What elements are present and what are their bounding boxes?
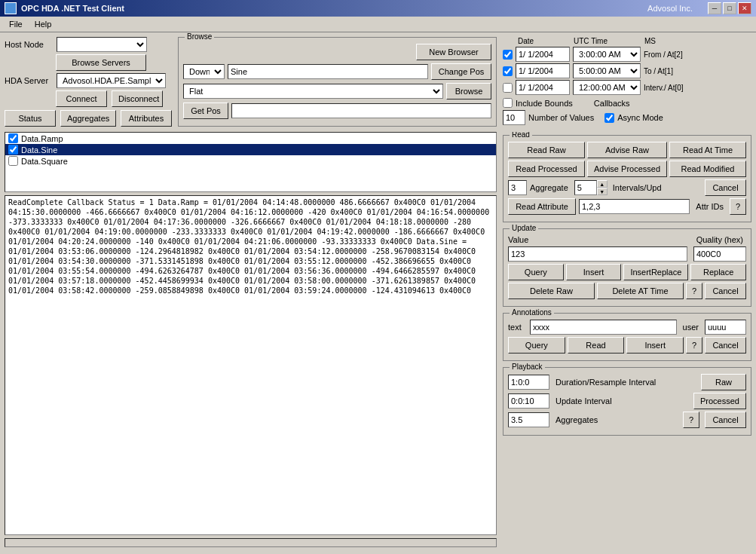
date-row1-suffix: From / At[2] xyxy=(644,51,683,59)
delete-raw-button[interactable]: Delete Raw xyxy=(508,283,595,299)
date-row2-checkbox[interactable] xyxy=(503,66,513,76)
annot-text-label: text xyxy=(508,323,527,332)
read-raw-button[interactable]: Read Raw xyxy=(508,142,585,158)
hda-server-label: HDA Server xyxy=(5,76,54,85)
hda-server-select[interactable]: Advosol.HDA.PE.SampleFW2 xyxy=(57,73,166,88)
browse-servers-button[interactable]: Browse Servers xyxy=(56,54,146,71)
read-at-time-button[interactable]: Read At Time xyxy=(669,142,746,158)
update-question-button[interactable]: ? xyxy=(686,283,702,299)
intervals-up-btn[interactable]: ▲ xyxy=(597,180,608,188)
playback-question-button[interactable]: ? xyxy=(683,412,699,428)
get-pos-button[interactable]: Get Pos xyxy=(183,103,228,119)
flat-select[interactable]: Flat xyxy=(183,84,443,99)
aggregate-input[interactable] xyxy=(508,180,527,195)
new-browser-button[interactable]: New Browser xyxy=(416,44,491,60)
value-input[interactable] xyxy=(508,246,687,262)
annot-user-input[interactable] xyxy=(705,320,746,335)
intervals-down-btn[interactable]: ▼ xyxy=(597,188,608,195)
playback-aggregates-input[interactable] xyxy=(508,412,549,427)
title-bar: OPC HDA .NET Test Client Advosol Inc. ─ … xyxy=(0,0,756,17)
date-row2-date[interactable] xyxy=(516,63,570,78)
read-attribute-button[interactable]: Read Attribute xyxy=(508,198,576,215)
date-row1-date[interactable] xyxy=(516,47,570,62)
sine-checkbox[interactable] xyxy=(8,145,18,155)
include-bounds-checkbox[interactable] xyxy=(503,98,513,108)
delete-at-time-button[interactable]: Delete AT Time xyxy=(597,283,684,299)
date-row3-time[interactable]: 12:00:00 AM xyxy=(573,80,641,95)
annot-question-button[interactable]: ? xyxy=(686,337,702,354)
read-cancel-button[interactable]: Cancel xyxy=(705,179,746,196)
company-name: Advosol Inc. xyxy=(647,4,693,13)
update-cancel-button[interactable]: Cancel xyxy=(705,283,746,299)
date-row2-suffix: To / At[1] xyxy=(644,67,673,75)
connect-button[interactable]: Connect xyxy=(56,90,107,107)
menu-bar: File Help xyxy=(0,17,756,32)
annot-query-button[interactable]: Query xyxy=(508,337,565,354)
close-button[interactable]: ✕ xyxy=(738,2,751,14)
annot-read-button[interactable]: Read xyxy=(568,337,625,354)
annotations-group-title: Annotations xyxy=(510,308,554,317)
callbacks-label: Callbacks xyxy=(594,99,630,108)
replace-button[interactable]: Replace xyxy=(690,264,746,280)
advise-processed-button[interactable]: Advise Processed xyxy=(587,161,667,177)
async-mode-checkbox[interactable] xyxy=(604,113,614,123)
horizontal-scrollbar[interactable] xyxy=(5,538,497,547)
playback-group-title: Playback xyxy=(510,363,545,371)
date-row3-checkbox[interactable] xyxy=(503,83,513,93)
processed-button[interactable]: Processed xyxy=(693,393,746,409)
attributes-button[interactable]: Attributes xyxy=(121,110,172,127)
list-item-ramp[interactable]: Data.Ramp xyxy=(5,133,496,144)
maximize-button[interactable]: □ xyxy=(723,2,736,14)
status-button[interactable]: Status xyxy=(5,110,56,127)
menu-file[interactable]: File xyxy=(3,18,29,30)
insert-replace-button[interactable]: InsertReplace xyxy=(623,264,688,280)
include-bounds-label: Include Bounds xyxy=(516,99,573,108)
disconnect-button[interactable]: Disconnect xyxy=(112,90,163,107)
update-interval-input[interactable] xyxy=(508,393,549,409)
get-pos-input[interactable] xyxy=(231,103,491,118)
date-row3-suffix: Interv./ At[0] xyxy=(644,84,684,92)
ramp-checkbox[interactable] xyxy=(8,133,18,143)
intervals-label: Intervals/Upd xyxy=(613,183,702,192)
browse-button[interactable]: Browse xyxy=(446,83,491,99)
query-button[interactable]: Query xyxy=(508,264,564,280)
annot-user-label: user xyxy=(683,323,699,332)
date-row1-time[interactable]: 3:00:00 AM xyxy=(573,47,641,62)
change-pos-button[interactable]: Change Pos xyxy=(431,63,491,80)
date-row1-checkbox[interactable] xyxy=(503,50,513,60)
minimize-button[interactable]: ─ xyxy=(708,2,721,14)
date-row3-date[interactable] xyxy=(516,80,570,95)
datetime-section: Date UTC Time MS 3:00:00 AM From / At[2]… xyxy=(503,37,751,127)
annot-insert-button[interactable]: Insert xyxy=(626,337,684,354)
read-group: Read Read Raw Advise Raw Read At Time Re… xyxy=(503,135,751,222)
annot-cancel-button[interactable]: Cancel xyxy=(705,337,746,354)
list-item-sine[interactable]: Data.Sine xyxy=(5,144,496,155)
duration-input[interactable] xyxy=(508,375,549,390)
raw-button[interactable]: Raw xyxy=(701,374,746,390)
read-attr-question-button[interactable]: ? xyxy=(730,198,746,215)
list-item-square[interactable]: Data.Square xyxy=(5,155,496,167)
attr-ids-label: Attr IDs xyxy=(696,202,724,211)
date-row2-time[interactable]: 5:00:00 AM xyxy=(573,63,641,78)
app-icon xyxy=(5,2,17,14)
num-values-input[interactable] xyxy=(503,110,525,125)
app-title: OPC HDA .NET Test Client xyxy=(21,4,647,13)
item-name-input[interactable] xyxy=(228,64,428,79)
host-node-select[interactable] xyxy=(57,37,147,52)
insert-button[interactable]: Insert xyxy=(566,264,622,280)
intervals-input[interactable] xyxy=(574,180,597,195)
quality-input[interactable] xyxy=(693,246,746,262)
advise-raw-button[interactable]: Advise Raw xyxy=(587,142,667,158)
square-checkbox[interactable] xyxy=(8,156,18,166)
quality-hex-label: Quality (hex) xyxy=(696,235,743,244)
menu-help[interactable]: Help xyxy=(29,18,58,30)
attr-ids-input[interactable] xyxy=(579,199,690,214)
direction-select[interactable]: Down xyxy=(183,64,225,79)
playback-cancel-button[interactable]: Cancel xyxy=(705,412,746,428)
aggregates-button[interactable]: Aggregates xyxy=(60,110,116,127)
read-processed-button[interactable]: Read Processed xyxy=(508,161,585,177)
async-mode-label: Async Mode xyxy=(617,113,663,122)
read-modified-button[interactable]: Read Modified xyxy=(669,161,746,177)
item-list: Data.Ramp Data.Sine Data.Square xyxy=(5,132,497,192)
annot-text-input[interactable] xyxy=(530,320,677,335)
